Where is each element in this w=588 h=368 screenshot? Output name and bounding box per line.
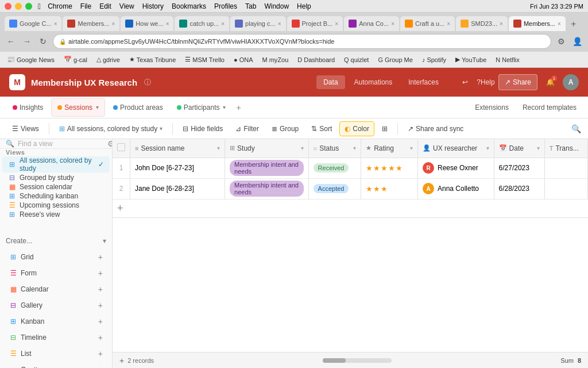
row-1-date[interactable]: 6/27/2023 [494, 158, 544, 178]
row-2-status[interactable]: Accepted [308, 178, 361, 199]
add-calendar-button[interactable]: + [98, 285, 103, 294]
add-list-button[interactable]: + [98, 349, 103, 358]
tab-close-0[interactable]: × [54, 21, 57, 27]
bookmark-groupme[interactable]: G Group Me [376, 55, 415, 64]
add-row-button[interactable]: + [113, 200, 588, 218]
nav-interfaces[interactable]: Interfaces [401, 75, 446, 89]
row-1-researcher[interactable]: R Reese Oxner [418, 158, 494, 178]
data-grid[interactable]: ≡ Session name ▾ ⊞ Study ▾ [113, 139, 588, 352]
menu-tab[interactable]: Tab [245, 2, 256, 10]
create-kanban[interactable]: ⊞ Kanban + [6, 313, 106, 329]
browser-tab-9[interactable]: Members... × [509, 16, 566, 31]
profile-button[interactable]: 👤 [571, 35, 583, 48]
browser-tab-5[interactable]: Project B... × [287, 16, 343, 31]
filter-btn[interactable]: ⊿ Filter [230, 121, 264, 136]
tab-close-3[interactable]: × [221, 21, 225, 27]
browser-tab-3[interactable]: catch up... × [175, 16, 229, 31]
create-grid[interactable]: ⊞ Grid + [6, 249, 106, 265]
add-record-icon[interactable]: + [119, 356, 124, 365]
record-templates-btn[interactable]: Record templates [518, 101, 581, 114]
menu-profiles[interactable]: Profiles [214, 2, 237, 10]
tab-close-8[interactable]: × [500, 21, 503, 27]
new-tab-button[interactable]: + [567, 17, 581, 31]
add-grid-button[interactable]: + [98, 252, 103, 262]
row-1-study[interactable]: Membership intent and needs [225, 158, 309, 178]
create-gantt[interactable]: ▬ Gantt + [6, 362, 106, 368]
hide-fields-btn[interactable]: ⊟ Hide fields [177, 121, 228, 136]
browser-tab-4[interactable]: playing c... × [230, 16, 285, 31]
sidebar-item-all-sessions[interactable]: ⊞ All sessions, colored by study ✓ [2, 156, 110, 172]
browser-tab-1[interactable]: Members... × [63, 16, 119, 31]
expand-btn[interactable]: ⊞ [377, 121, 393, 136]
create-calendar[interactable]: ▦ Calendar + [6, 281, 106, 297]
row-2-session-name[interactable]: Jane Doe [6-28-23] [130, 178, 225, 199]
browser-tab-0[interactable]: Google C... × [5, 16, 61, 31]
bookmark-netflix[interactable]: N Netflix [493, 55, 522, 64]
create-header[interactable]: Create... ▾ [6, 233, 106, 249]
bookmark-spotify[interactable]: ♪ Spotify [420, 55, 448, 64]
create-list[interactable]: ☰ List + [6, 346, 106, 362]
row-1-rating[interactable]: ★★★★★ [361, 158, 418, 178]
tab-insights[interactable]: Insights [7, 98, 49, 117]
menu-chrome[interactable]: Chrome [48, 2, 72, 10]
col-date[interactable]: 📅 Date ▾ [494, 139, 544, 158]
sidebar-item-scheduling-kanban[interactable]: ⊞ Scheduling kanban [2, 192, 110, 200]
view-label-btn[interactable]: ⊞ All sessions, colored by study ▾ [54, 121, 168, 136]
forward-button[interactable]: → [21, 35, 33, 48]
settings-icon[interactable]: ⚙ [107, 139, 113, 148]
notification-button[interactable]: 🔔 1 [542, 74, 558, 90]
bookmark-google-news[interactable]: 📰 Google News [5, 55, 57, 64]
group-btn[interactable]: ≣ Group [266, 121, 304, 136]
col-trans[interactable]: T Trans... [544, 139, 587, 158]
bookmark-dashboard[interactable]: D Dashboard [295, 55, 337, 64]
header-checkbox[interactable] [117, 143, 125, 151]
browser-tab-2[interactable]: How we... × [121, 16, 173, 31]
sort-btn[interactable]: ⇅ Sort [306, 121, 337, 136]
undo-button[interactable]: ↩ [457, 74, 473, 90]
add-timeline-button[interactable]: + [98, 333, 103, 342]
sidebar-item-session-calendar[interactable]: ▦ Session calendar [2, 183, 110, 191]
sidebar-item-reeses-view[interactable]: ⊞ Reese's view [2, 210, 110, 218]
row-2-study[interactable]: Membership intent and needs [225, 178, 309, 199]
tab-product-areas[interactable]: Product areas [107, 98, 169, 117]
tab-participants[interactable]: Participants ▾ [171, 98, 232, 117]
bookmark-youtube[interactable]: ▶ YouTube [453, 55, 489, 64]
menu-bookmarks[interactable]: Bookmarks [172, 2, 206, 10]
create-timeline[interactable]: ⊟ Timeline + [6, 329, 106, 346]
bookmark-myzou[interactable]: M myZou [260, 55, 291, 64]
add-gantt-button[interactable]: + [98, 365, 103, 368]
menu-view[interactable]: View [119, 2, 134, 10]
share-button[interactable]: ↗ Share [498, 74, 537, 90]
tab-close-6[interactable]: × [391, 21, 394, 27]
fullscreen-btn[interactable] [25, 3, 32, 10]
share-sync-btn[interactable]: ↗ Share and sync [403, 121, 469, 136]
scrollbar-track[interactable] [323, 358, 392, 363]
col-checkbox[interactable] [113, 139, 130, 158]
create-gallery[interactable]: ⊟ Gallery + [6, 297, 106, 313]
menu-help[interactable]: Help [297, 2, 311, 10]
tab-sessions[interactable]: Sessions ▾ [51, 98, 105, 117]
tab-close-2[interactable]: × [166, 21, 169, 27]
sidebar-item-grouped[interactable]: ⊟ Grouped by study [2, 174, 110, 182]
views-button[interactable]: ☰ Views [7, 121, 44, 136]
bookmark-texas-tribune[interactable]: ★ Texas Tribune [127, 55, 178, 64]
help-button[interactable]: ? Help [478, 74, 494, 90]
tab-close-4[interactable]: × [278, 21, 281, 27]
menu-file[interactable]: File [80, 2, 91, 10]
avatar[interactable]: A [563, 74, 579, 90]
add-gallery-button[interactable]: + [98, 301, 103, 310]
col-rating[interactable]: ★ Rating ▾ [361, 139, 418, 158]
tab-close-9[interactable]: × [558, 21, 561, 27]
search-input[interactable] [18, 140, 104, 148]
grid-search-button[interactable]: 🔍 [571, 124, 581, 133]
table-row[interactable]: 2 Jane Doe [6-28-23] Membership intent a… [113, 178, 588, 199]
col-study[interactable]: ⊞ Study ▾ [225, 139, 309, 158]
address-bar[interactable]: 🔒 airtable.com/appmeSLgv6yUW4HcC/tblnmNQ… [53, 34, 551, 49]
tab-close-5[interactable]: × [335, 21, 338, 27]
extensions-tab-btn[interactable]: Extensions [470, 101, 513, 114]
menu-window[interactable]: Window [264, 2, 289, 10]
col-session-name[interactable]: ≡ Session name ▾ [130, 139, 225, 158]
add-form-button[interactable]: + [98, 269, 103, 278]
extensions-button[interactable]: ⚙ [555, 35, 567, 48]
menu-edit[interactable]: Edit [99, 2, 111, 10]
